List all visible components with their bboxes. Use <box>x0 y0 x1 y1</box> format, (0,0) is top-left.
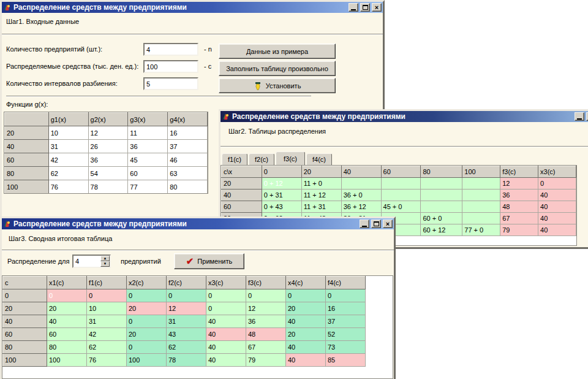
table-cell[interactable]: 60 <box>128 167 168 180</box>
close-button[interactable]: × <box>372 3 382 12</box>
table-cell[interactable]: 37 <box>168 140 208 153</box>
table-cell[interactable] <box>462 201 500 213</box>
table-cell[interactable]: 80 <box>168 180 208 194</box>
table-cell[interactable]: 0 <box>127 315 167 328</box>
table-cell[interactable] <box>462 213 500 224</box>
maximize-button[interactable] <box>371 220 381 228</box>
close-button[interactable]: × <box>383 220 393 228</box>
table-cell[interactable]: 0 <box>47 289 87 302</box>
table-cell[interactable]: 48 <box>500 201 538 213</box>
table-cell[interactable]: 36 + 12 <box>341 201 381 213</box>
table-cell[interactable]: 0 + 12 <box>262 178 301 190</box>
table-cell[interactable]: 80 <box>47 341 87 354</box>
table-cell[interactable]: 10 <box>87 302 127 315</box>
table-cell[interactable]: 46 <box>168 153 208 167</box>
table-cell[interactable]: 40 <box>538 224 576 236</box>
table-cell[interactable]: 77 + 0 <box>462 224 500 236</box>
table-cell[interactable]: 48 <box>246 328 286 341</box>
table-cell[interactable] <box>462 190 500 201</box>
table-cell[interactable]: 20 <box>286 328 326 341</box>
table-cell[interactable]: 31 <box>167 315 206 328</box>
table-cell[interactable]: 36 <box>500 190 538 201</box>
table-cell[interactable]: 54 <box>88 167 128 180</box>
table-cell[interactable]: 40 <box>286 354 326 367</box>
app-icon[interactable] <box>222 112 230 121</box>
table-cell[interactable]: 40 <box>538 190 576 201</box>
table-cell[interactable]: 37 <box>326 315 366 328</box>
tab-f4c[interactable]: f4(c) <box>306 153 332 165</box>
table-cell[interactable] <box>421 201 462 213</box>
table-cell[interactable]: 20 <box>127 302 167 315</box>
table-cell[interactable]: 0 <box>167 289 206 302</box>
table-cell[interactable]: 60 + 0 <box>421 213 462 224</box>
table-cell[interactable]: 40 <box>206 354 246 367</box>
table-cell[interactable]: 40 <box>538 201 576 213</box>
minimize-button[interactable] <box>575 112 584 121</box>
enterprise-count-input[interactable] <box>143 43 198 56</box>
table-cell[interactable]: 62 <box>167 341 206 354</box>
table-cell[interactable]: 40 <box>286 315 326 328</box>
tab-f2c[interactable]: f2(c) <box>249 153 274 165</box>
table-cell[interactable] <box>381 178 421 190</box>
table-cell[interactable]: 45 <box>128 153 168 167</box>
table-cell[interactable]: 60 <box>47 328 87 341</box>
app-icon[interactable] <box>3 220 12 228</box>
set-button[interactable]: Установить <box>219 78 336 93</box>
table-cell[interactable]: 0 <box>538 178 576 190</box>
table-cell[interactable]: 42 <box>48 153 88 167</box>
table-cell[interactable]: 60 + 12 <box>421 224 462 236</box>
table-cell[interactable]: 52 <box>326 328 366 341</box>
tab-f3c[interactable]: f3(c) <box>276 151 305 165</box>
table-cell[interactable]: 0 <box>127 341 167 354</box>
spin-down-button[interactable]: ▼ <box>100 261 110 267</box>
table-cell[interactable]: 20 <box>47 302 87 315</box>
table-cell[interactable]: 76 <box>48 180 88 194</box>
table-cell[interactable]: 36 + 0 <box>341 190 381 201</box>
tab-f1c[interactable]: f1(c) <box>222 153 247 165</box>
table-cell[interactable]: 12 <box>88 126 128 140</box>
table-cell[interactable]: 40 <box>206 315 246 328</box>
table-cell[interactable]: 11 <box>128 126 168 140</box>
title-bar[interactable]: Распределение средств между предприятиям… <box>221 111 588 122</box>
table-cell[interactable]: 40 <box>206 341 246 354</box>
table-cell[interactable]: 85 <box>326 354 366 367</box>
minimize-button[interactable] <box>349 3 358 12</box>
table-cell[interactable]: 20 <box>286 302 326 315</box>
minimize-button[interactable] <box>360 220 369 228</box>
spin-value-input[interactable] <box>74 256 100 267</box>
title-bar[interactable]: Распределение средств между предприятиям… <box>2 218 394 229</box>
table-cell[interactable]: 11 + 12 <box>301 190 341 201</box>
table-cell[interactable]: 78 <box>167 354 206 367</box>
table-cell[interactable]: 62 <box>87 341 127 354</box>
table-cell[interactable]: 67 <box>500 213 538 224</box>
table-cell[interactable]: 31 <box>48 140 88 153</box>
table-cell[interactable]: 63 <box>168 167 208 180</box>
table-cell[interactable]: 20 <box>127 328 167 341</box>
table-cell[interactable]: 0 <box>286 289 326 302</box>
table-cell[interactable]: 10 <box>48 126 88 140</box>
table-cell[interactable]: 11 + 31 <box>301 201 341 213</box>
table-cell[interactable]: 42 <box>87 328 127 341</box>
maximize-button[interactable] <box>360 3 370 12</box>
title-bar[interactable]: Распределение средств между предприятиям… <box>2 2 383 13</box>
table-cell[interactable] <box>341 178 381 190</box>
table-cell[interactable]: 77 <box>128 180 168 194</box>
table-cell[interactable]: 11 + 0 <box>301 178 341 190</box>
table-cell[interactable]: 62 <box>48 167 88 180</box>
spin-up-button[interactable]: ▲ <box>100 256 110 261</box>
table-cell[interactable]: 16 <box>168 126 208 140</box>
table-cell[interactable]: 45 + 0 <box>381 201 421 213</box>
table-cell[interactable]: 79 <box>246 354 286 367</box>
table-cell[interactable]: 36 <box>128 140 168 153</box>
table-cell[interactable]: 100 <box>127 354 167 367</box>
table-cell[interactable]: 100 <box>47 354 87 367</box>
table-cell[interactable]: 0 <box>127 289 167 302</box>
table-cell[interactable]: 40 <box>206 328 246 341</box>
table-cell[interactable]: 36 <box>246 315 286 328</box>
table-cell[interactable] <box>421 178 462 190</box>
table-cell[interactable]: 0 <box>87 289 127 302</box>
table-cell[interactable]: 36 <box>88 153 128 167</box>
table-cell[interactable]: 0 <box>326 289 366 302</box>
table-cell[interactable]: 0 <box>206 289 246 302</box>
table-cell[interactable]: 16 <box>326 302 366 315</box>
